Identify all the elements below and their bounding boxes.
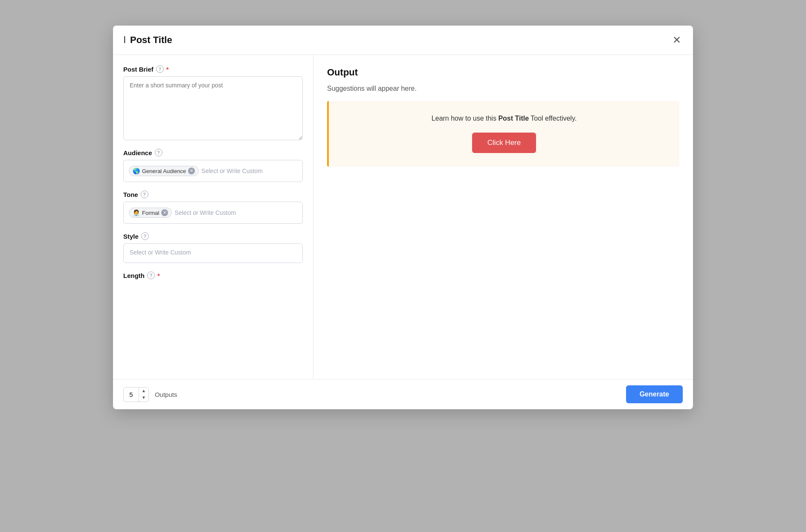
outputs-label: Outputs [155, 391, 177, 398]
post-brief-textarea[interactable] [123, 76, 303, 140]
style-label-row: Style ? [123, 232, 303, 240]
style-input[interactable]: Select or Write Custom [123, 243, 303, 263]
style-placeholder: Select or Write Custom [130, 249, 191, 256]
tone-label: Tone [123, 191, 138, 198]
outputs-stepper[interactable]: 5 ▲ ▼ [123, 387, 149, 402]
audience-tag-text: General Audience [142, 168, 186, 174]
stepper-up[interactable]: ▲ [139, 387, 148, 394]
tone-tag: 🧑‍💼 Formal ✕ [129, 208, 172, 218]
output-title: Output [327, 67, 679, 78]
click-here-button[interactable]: Click Here [472, 133, 536, 153]
audience-tag-emoji: 🌎 [133, 168, 140, 174]
post-brief-help-icon[interactable]: ? [156, 65, 164, 73]
tone-placeholder: Select or Write Custom [174, 209, 236, 216]
length-label-row: Length ? * [123, 272, 303, 279]
audience-tag-input[interactable]: 🌎 General Audience ✕ Select or Write Cus… [123, 160, 303, 182]
post-brief-label: Post Brief [123, 66, 154, 73]
length-group: Length ? * [123, 272, 303, 283]
style-label: Style [123, 233, 139, 240]
audience-tag-remove[interactable]: ✕ [188, 168, 195, 174]
post-brief-label-row: Post Brief ? * [123, 65, 303, 73]
post-brief-required: * [166, 66, 169, 73]
length-required: * [157, 272, 160, 279]
info-box: Learn how to use this Post Title Tool ef… [327, 101, 679, 167]
info-box-text: Learn how to use this Post Title Tool ef… [432, 115, 577, 122]
audience-label-row: Audience ? [123, 149, 303, 156]
length-label: Length [123, 272, 145, 279]
title-tool-icon: Ⅰ [123, 35, 126, 46]
audience-group: Audience ? 🌎 General Audience ✕ Select o… [123, 149, 303, 182]
audience-label: Audience [123, 149, 152, 156]
modal-container: Ⅰ Post Title ✕ Post Brief ? * [113, 26, 693, 409]
outputs-value: 5 [124, 387, 139, 402]
left-panel: Post Brief ? * Audience ? 🌎 [113, 55, 313, 379]
tone-tag-emoji: 🧑‍💼 [133, 209, 140, 216]
stepper-arrows: ▲ ▼ [139, 387, 148, 401]
modal-backdrop: Ⅰ Post Title ✕ Post Brief ? * [0, 0, 806, 532]
modal-header: Ⅰ Post Title ✕ [113, 26, 693, 55]
tone-group: Tone ? 🧑‍💼 Formal ✕ Select or Write Cust… [123, 191, 303, 224]
modal-header-left: Ⅰ Post Title [123, 35, 172, 46]
style-help-icon[interactable]: ? [141, 232, 149, 240]
modal-footer: 5 ▲ ▼ Outputs Generate [113, 379, 693, 409]
generate-button[interactable]: Generate [626, 385, 683, 403]
tone-tag-remove[interactable]: ✕ [161, 209, 168, 216]
info-text-after: Tool effectively. [529, 115, 577, 122]
info-text-before: Learn how to use this [432, 115, 499, 122]
style-group: Style ? Select or Write Custom [123, 232, 303, 263]
audience-help-icon[interactable]: ? [155, 149, 162, 156]
modal-title: Post Title [130, 35, 172, 46]
post-brief-group: Post Brief ? * [123, 65, 303, 140]
tone-tag-text: Formal [142, 210, 159, 216]
modal-body: Post Brief ? * Audience ? 🌎 [113, 55, 693, 379]
length-help-icon[interactable]: ? [147, 272, 155, 279]
tone-label-row: Tone ? [123, 191, 303, 198]
tone-tag-input[interactable]: 🧑‍💼 Formal ✕ Select or Write Custom [123, 202, 303, 224]
audience-tag: 🌎 General Audience ✕ [129, 166, 199, 176]
tone-help-icon[interactable]: ? [141, 191, 148, 198]
audience-placeholder: Select or Write Custom [201, 168, 263, 174]
right-panel: Output Suggestions will appear here. Lea… [313, 55, 693, 379]
info-text-bold: Post Title [498, 115, 529, 122]
close-button[interactable]: ✕ [671, 33, 683, 47]
stepper-down[interactable]: ▼ [139, 394, 148, 401]
suggestions-text: Suggestions will appear here. [327, 85, 679, 93]
